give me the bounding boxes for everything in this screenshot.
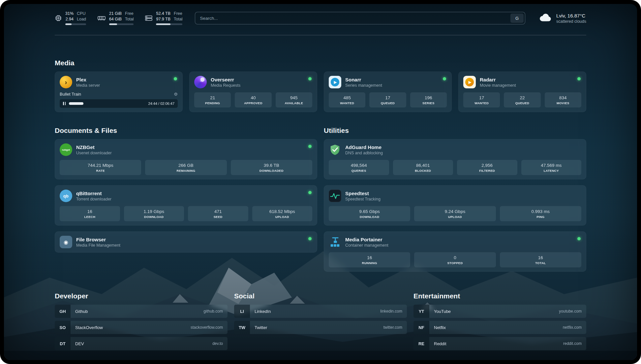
stat-approved: 40 APPROVED (235, 92, 271, 107)
disk-total-value: 97.9 TB (156, 17, 170, 22)
stat-stopped: 0 STOPPED (414, 252, 496, 267)
stat-remaining: 266 GB REMAINING (145, 160, 227, 175)
resource-widget-cpu: 31% CPU 2.94 Load (55, 11, 86, 25)
dashboard-window: 31% CPU 2.94 Load (0, 0, 641, 364)
service-name: qBittorrent (76, 191, 111, 196)
cpu-usage-label: CPU (77, 11, 86, 16)
service-name: Speedtest (345, 191, 381, 196)
stat-queued: 22 QUEUED (504, 92, 540, 107)
service-card-plex[interactable]: › Plex Media server Bullet Train ⚙ 24:44… (55, 72, 183, 112)
bookmark-group-social: Social LI LinkedIn linkedin.com TW Twitt… (234, 292, 407, 334)
weather-widget[interactable]: Lviv, 16.87°C scattered clouds (538, 13, 586, 24)
service-description: Container management (345, 243, 388, 248)
service-description: Series management (345, 83, 382, 88)
service-card-portainer[interactable]: Media Portainer Container management 16 … (324, 231, 586, 272)
now-playing-title: Bullet Train (60, 92, 81, 97)
utilities-column: Utilities (324, 127, 586, 272)
header-divider (55, 35, 586, 35)
media-card-grid: › Plex Media server Bullet Train ⚙ 24:44… (55, 72, 586, 112)
memory-total-label: Total (125, 17, 134, 22)
service-name: Radarr (480, 77, 516, 82)
service-name: Sonarr (345, 77, 382, 82)
playback-time: 24:44 / 02:06:47 (148, 102, 174, 106)
adguard-icon (329, 143, 341, 156)
bookmark-reddit[interactable]: RE Reddit reddit.com (413, 337, 586, 350)
plex-icon: › (60, 76, 72, 88)
stat-movies: 834 MOVIES (545, 92, 581, 107)
bookmark-youtube[interactable]: YT YouTube youtube.com (413, 305, 586, 318)
disk-free-value: 52.4 TB (156, 11, 170, 16)
service-card-nzbget[interactable]: nzbget NZBGet Usenet downloader 744.21 M… (55, 139, 317, 179)
service-card-sonarr[interactable]: ▶ Sonarr Series management 485 WANTED 17… (324, 72, 452, 112)
bookmark-github[interactable]: GH Github github.com (55, 305, 228, 318)
stat-queued: 17 QUEUED (369, 92, 406, 107)
bookmark-group-entertainment: Entertainment YT YouTube youtube.com NF … (413, 292, 586, 350)
service-card-filebrowser[interactable]: ◉ File Browser Media File Management (55, 231, 317, 253)
stat-download: 9.65 Gbps DOWNLOAD (329, 206, 410, 221)
search-provider-button[interactable]: G (510, 14, 524, 23)
bookmark-linkedin[interactable]: LI LinkedIn linkedin.com (234, 305, 407, 318)
memory-total-value: 64 GiB (109, 17, 122, 22)
stat-leech: 16 LEECH (60, 206, 120, 221)
service-name: Media Portainer (345, 237, 388, 242)
radarr-icon: ▶ (463, 76, 476, 88)
stat-download: 1.19 Gbps DOWNLOAD (124, 206, 184, 221)
memory-progress-bar (109, 23, 134, 25)
speedtest-icon (329, 190, 341, 202)
stat-upload: 618.52 Mbps UPLOAD (252, 206, 313, 221)
memory-icon (97, 15, 106, 21)
stat-total: 16 TOTAL (500, 252, 581, 267)
bookmark-twitter[interactable]: TW Twitter twitter.com (234, 321, 407, 334)
stat-queries: 498,564 QUERIES (329, 160, 389, 175)
playback-progress-track (69, 102, 145, 105)
cpu-usage-value: 31% (65, 11, 74, 16)
bookmark-dev[interactable]: DT DEV dev.to (55, 337, 228, 350)
disk-total-label: Total (174, 17, 182, 22)
section-title-media: Media (55, 59, 586, 67)
stat-latency: 47.569 ms LATENCY (521, 160, 582, 175)
two-column-area: Documents & Files nzbget NZBGet Usenet d… (55, 127, 586, 272)
qbittorrent-icon: qb (60, 190, 72, 202)
service-description: Usenet downloader (76, 151, 112, 155)
search-input[interactable] (195, 12, 525, 24)
stat-rate: 744.21 Mbps RATE (60, 160, 141, 175)
pause-icon[interactable] (63, 102, 66, 105)
section-title-documents: Documents & Files (55, 127, 317, 135)
cloud-icon (538, 13, 552, 24)
service-description: Movie management (480, 83, 516, 88)
stat-upload: 9.24 Gbps UPLOAD (414, 206, 496, 221)
service-card-speedtest[interactable]: Speedtest Speedtest Tracking 9.65 Gbps D… (324, 185, 586, 226)
section-title-social: Social (234, 292, 407, 300)
service-description: Torrent downloader (76, 197, 111, 201)
service-description: Media server (76, 83, 100, 88)
memory-progress-fill (109, 23, 117, 25)
service-card-adguard[interactable]: AdGuard Home DNS and adblocking 498,564 … (324, 139, 586, 179)
service-description: Speedtest Tracking (345, 197, 381, 201)
service-description: DNS and adblocking (345, 151, 383, 155)
stat-pending: 21 PENDING (194, 92, 231, 107)
disk-progress-bar (156, 23, 182, 25)
weather-location: Lviv, 16.87°C (556, 13, 586, 18)
bookmark-stackoverflow[interactable]: SO StackOverflow stackoverflow.com (55, 321, 228, 334)
bookmarks-area: Developer GH Github github.com SO StackO… (55, 292, 586, 350)
cpu-progress-fill (65, 23, 72, 25)
service-name: Overseerr (211, 77, 240, 82)
stat-downloaded: 39.6 TB DOWNLOADED (231, 160, 312, 175)
cpu-load-value: 2.94 (65, 17, 74, 22)
plex-player-bar: 24:44 / 02:06:47 (60, 99, 178, 108)
service-card-overseerr[interactable]: Overseerr Media Requests 21 PENDING 40 A… (189, 72, 317, 112)
section-title-developer: Developer (55, 292, 228, 300)
portainer-icon (329, 236, 341, 248)
service-card-radarr[interactable]: ▶ Radarr Movie management 17 WANTED 22 Q… (458, 72, 586, 112)
service-name: Plex (76, 77, 100, 82)
playback-progress-fill (69, 102, 83, 105)
cpu-load-label: Load (77, 17, 86, 22)
gear-icon[interactable]: ⚙ (174, 92, 178, 96)
stat-filtered: 2,956 FILTERED (457, 160, 517, 175)
service-name: NZBGet (76, 144, 112, 150)
stat-seed: 471 SEED (188, 206, 248, 221)
resource-widgets: 31% CPU 2.94 Load (55, 11, 182, 25)
service-card-qbittorrent[interactable]: qb qBittorrent Torrent downloader 16 LEE… (55, 185, 317, 226)
sonarr-icon: ▶ (329, 76, 341, 88)
bookmark-netflix[interactable]: NF Netflix netflix.com (413, 321, 586, 334)
